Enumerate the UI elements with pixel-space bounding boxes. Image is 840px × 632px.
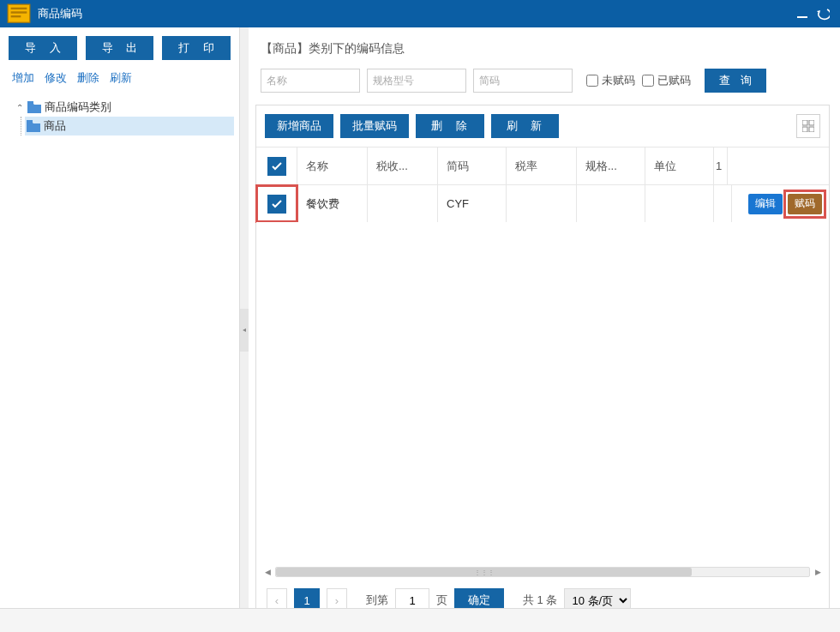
unassigned-checkbox[interactable]: 未赋码 xyxy=(586,73,635,88)
app-logo-icon xyxy=(7,4,31,23)
col-rate[interactable]: 税率 xyxy=(507,147,577,184)
scroll-right-icon[interactable]: ▶ xyxy=(812,566,824,578)
assigned-checkbox-input[interactable] xyxy=(642,75,654,87)
svg-rect-2 xyxy=(11,12,27,14)
collapse-icon[interactable]: ⌃ xyxy=(14,103,26,112)
category-tree: ⌃ 商品编码类别 商品 xyxy=(0,93,239,141)
spec-input[interactable] xyxy=(367,69,466,93)
print-button[interactable]: 打 印 xyxy=(162,36,231,60)
col-spec[interactable]: 规格... xyxy=(577,147,645,184)
code-input[interactable] xyxy=(473,69,573,93)
total-count: 共 1 条 xyxy=(523,593,557,608)
refresh-button[interactable]: 刷 新 xyxy=(491,114,560,138)
goto-label-b: 页 xyxy=(436,593,447,608)
scroll-track[interactable]: ⋮⋮⋮ xyxy=(275,567,810,577)
splitter-grip-icon[interactable]: ◂ xyxy=(240,309,249,352)
row-actions: 编辑 赋码 xyxy=(732,185,829,222)
header-checkbox[interactable] xyxy=(256,147,297,184)
scroll-left-icon[interactable]: ◀ xyxy=(261,566,273,578)
tree-root-label: 商品编码类别 xyxy=(45,99,111,115)
folder-icon xyxy=(27,120,40,132)
export-button[interactable]: 导 出 xyxy=(86,36,154,60)
svg-rect-9 xyxy=(802,127,807,132)
right-panel: 【商品】类别下的编码信息 未赋码 已赋码 查 询 新增商品 批量赋码 删 除 刷… xyxy=(249,27,840,632)
back-button[interactable] xyxy=(813,3,833,24)
assign-row-button[interactable]: 赋码 xyxy=(788,194,822,214)
tree-child-product[interactable]: 商品 xyxy=(25,117,234,135)
status-bar xyxy=(0,608,840,632)
table-header: 名称 税收... 简码 税率 规格... 单位 1 xyxy=(256,147,829,184)
col-code[interactable]: 简码 xyxy=(438,147,507,184)
svg-rect-3 xyxy=(11,15,21,17)
table-row[interactable]: 餐饮费 CYF 编辑 赋码 xyxy=(256,184,829,222)
row-spec xyxy=(577,185,645,222)
svg-rect-7 xyxy=(802,120,807,125)
search-button[interactable]: 查 询 xyxy=(705,69,766,93)
row-rate xyxy=(507,185,577,222)
row-taxcat xyxy=(368,185,438,222)
add-link[interactable]: 增加 xyxy=(12,70,34,86)
goto-label-a: 到第 xyxy=(366,593,388,608)
tree-child-label: 商品 xyxy=(44,118,66,134)
refresh-link[interactable]: 刷新 xyxy=(110,70,132,86)
col-taxcat[interactable]: 税收... xyxy=(368,147,438,184)
assigned-checkbox[interactable]: 已赋码 xyxy=(642,73,691,88)
svg-rect-4 xyxy=(797,16,807,18)
table-toolbar: 新增商品 批量赋码 删 除 刷 新 xyxy=(256,105,829,147)
name-input[interactable] xyxy=(261,69,360,93)
layout-toggle-button[interactable] xyxy=(796,114,820,138)
delete-link[interactable]: 删除 xyxy=(77,70,99,86)
horizontal-scrollbar[interactable]: ◀ ⋮⋮⋮ ▶ xyxy=(256,564,829,580)
edit-row-button[interactable]: 编辑 xyxy=(748,194,783,214)
col-unit[interactable]: 单位 xyxy=(645,147,714,184)
scroll-thumb[interactable]: ⋮⋮⋮ xyxy=(276,568,692,576)
col-actions xyxy=(728,147,829,184)
row-unit xyxy=(645,185,714,222)
panel-heading: 【商品】类别下的编码信息 xyxy=(255,38,830,69)
col-name[interactable]: 名称 xyxy=(297,147,368,184)
delete-button[interactable]: 删 除 xyxy=(416,114,484,138)
svg-rect-6 xyxy=(27,120,33,123)
table-body-empty xyxy=(256,222,829,564)
edit-link[interactable]: 修改 xyxy=(45,70,67,86)
row-checkbox[interactable] xyxy=(256,185,297,222)
row-name: 餐饮费 xyxy=(297,185,368,222)
row-code: CYF xyxy=(438,185,507,222)
svg-rect-1 xyxy=(11,8,27,9)
left-panel: 导 入 导 出 打 印 增加 修改 删除 刷新 ⌃ 商品编码类别 商品 xyxy=(0,27,240,632)
batch-assign-button[interactable]: 批量赋码 xyxy=(340,114,409,138)
row-extra xyxy=(714,185,732,222)
col-extra[interactable]: 1 xyxy=(714,147,728,184)
folder-icon xyxy=(27,101,41,113)
import-button[interactable]: 导 入 xyxy=(9,36,77,60)
svg-rect-5 xyxy=(27,101,33,104)
window-title: 商品编码 xyxy=(38,6,792,21)
filter-row: 未赋码 已赋码 查 询 xyxy=(255,69,830,105)
add-product-button[interactable]: 新增商品 xyxy=(265,114,333,138)
table-container: 新增商品 批量赋码 删 除 刷 新 名称 税收... 简码 税率 规格... 单… xyxy=(255,105,830,622)
svg-rect-10 xyxy=(809,127,814,132)
minimize-button[interactable] xyxy=(792,3,813,24)
unassigned-checkbox-input[interactable] xyxy=(586,75,598,87)
splitter[interactable]: ◂ xyxy=(240,27,249,632)
tree-root[interactable]: ⌃ 商品编码类别 xyxy=(14,98,234,117)
svg-rect-8 xyxy=(809,120,814,125)
titlebar: 商品编码 xyxy=(0,0,840,27)
assign-highlight: 赋码 xyxy=(786,192,824,216)
